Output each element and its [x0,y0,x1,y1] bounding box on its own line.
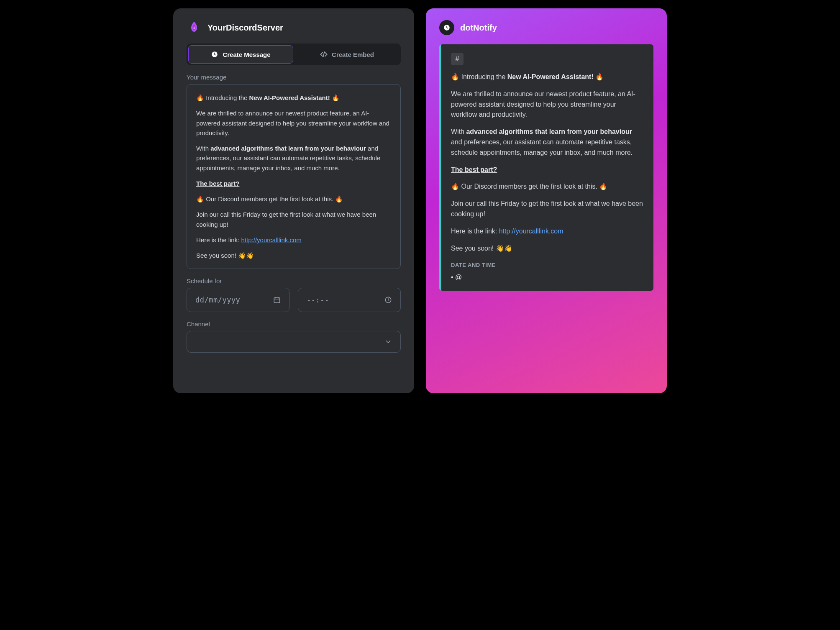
date-input[interactable]: dd/mm/yyyy [187,288,289,312]
message-textarea[interactable]: 🔥 Introducing the New AI-Powered Assista… [187,84,401,269]
time-input[interactable]: --:-- [298,288,401,312]
server-name: YourDiscordServer [207,23,283,33]
preview-embed: # 🔥 Introducing the New AI-Powered Assis… [439,44,653,291]
code-icon [320,51,328,58]
channel-hash-badge: # [451,53,464,65]
tab-label: Create Message [223,51,270,58]
chevron-down-icon [384,338,392,346]
channel-select[interactable] [187,331,401,353]
tab-create-message[interactable]: Create Message [188,45,293,64]
bot-name: dotNotify [460,23,497,33]
preview-panel: dotNotify # 🔥 Introducing the New AI-Pow… [426,8,667,393]
schedule-section: Schedule for dd/mm/yyyy --:-- [187,277,401,312]
clock-icon [211,51,218,58]
message-section: Your message 🔥 Introducing the New AI-Po… [187,74,401,269]
time-placeholder: --:-- [307,296,329,304]
bot-avatar [439,20,454,35]
preview-call-link[interactable]: http://yourcalllink.com [499,228,563,235]
editor-panel: YourDiscordServer Create Message Create … [173,8,414,393]
date-time-label: DATE AND TIME [451,261,643,269]
channel-section: Channel [187,320,401,353]
channel-label: Channel [187,320,401,328]
date-time-value: • @ [451,272,643,283]
app-container: YourDiscordServer Create Message Create … [173,8,667,393]
schedule-label: Schedule for [187,277,401,284]
tab-row: Create Message Create Embed [187,44,401,65]
svg-rect-1 [274,298,280,303]
tab-create-embed[interactable]: Create Embed [295,45,399,64]
server-header: YourDiscordServer [187,20,401,35]
clock-outline-icon [384,296,392,304]
calendar-icon [273,296,281,304]
tab-label: Create Embed [332,51,374,58]
date-placeholder: dd/mm/yyyy [195,296,240,304]
message-label: Your message [187,74,401,81]
preview-header: dotNotify [439,20,653,35]
call-link[interactable]: http://yourcalllink.com [241,236,302,243]
flame-icon [187,20,202,35]
